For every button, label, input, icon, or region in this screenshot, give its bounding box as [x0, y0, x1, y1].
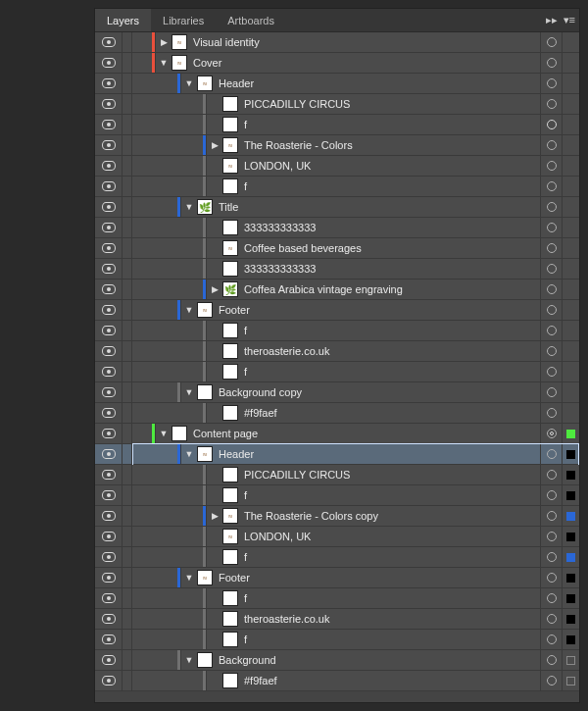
- selection-mark[interactable]: [562, 588, 579, 608]
- layer-row[interactable]: ≈Coffee based beverages: [95, 238, 579, 259]
- layer-row[interactable]: f: [95, 177, 579, 197]
- layer-row[interactable]: ▼≈Footer: [95, 568, 579, 588]
- layer-row[interactable]: ▼≈Header: [95, 444, 579, 465]
- visibility-toggle[interactable]: [95, 424, 122, 443]
- selection-mark[interactable]: [562, 259, 579, 279]
- visibility-toggle[interactable]: [95, 362, 122, 381]
- tab-artboards[interactable]: Artboards: [216, 9, 286, 31]
- selection-mark[interactable]: [562, 382, 579, 402]
- tab-layers[interactable]: Layers: [95, 9, 151, 31]
- selection-mark[interactable]: [562, 218, 579, 237]
- layer-name[interactable]: Header: [219, 77, 540, 89]
- visibility-toggle[interactable]: [95, 671, 122, 690]
- target-button[interactable]: [540, 465, 562, 484]
- target-button[interactable]: [540, 568, 562, 587]
- selection-mark[interactable]: [562, 465, 579, 484]
- layer-name[interactable]: Header: [219, 448, 540, 460]
- selection-mark[interactable]: [562, 671, 579, 690]
- target-button[interactable]: [540, 362, 562, 381]
- panel-menu-icon[interactable]: ▾≡: [564, 14, 575, 26]
- target-button[interactable]: [540, 424, 562, 443]
- layer-name[interactable]: f: [244, 634, 540, 645]
- layer-name[interactable]: LONDON, UK: [244, 531, 540, 542]
- lock-column[interactable]: [122, 650, 132, 670]
- target-button[interactable]: [540, 32, 562, 52]
- visibility-toggle[interactable]: [95, 444, 122, 464]
- target-button[interactable]: [540, 279, 562, 299]
- selection-mark[interactable]: [562, 32, 579, 52]
- layer-row[interactable]: f: [95, 362, 579, 382]
- visibility-toggle[interactable]: [95, 650, 122, 670]
- target-button[interactable]: [540, 321, 562, 340]
- layer-row[interactable]: ▼Content page: [95, 424, 579, 444]
- disclosure-triangle-icon[interactable]: ▶: [209, 283, 220, 295]
- target-button[interactable]: [540, 547, 562, 567]
- layer-name[interactable]: Background copy: [219, 386, 540, 398]
- selection-mark[interactable]: [562, 115, 579, 134]
- layer-name[interactable]: 333333333333: [244, 222, 540, 233]
- layer-row[interactable]: 333333333333: [95, 218, 579, 238]
- layer-name[interactable]: 333333333333: [244, 263, 540, 275]
- selection-mark[interactable]: [562, 279, 579, 299]
- layer-row[interactable]: ▼Background copy: [95, 382, 579, 403]
- layer-name[interactable]: Coffee based beverages: [244, 242, 540, 254]
- layer-name[interactable]: PICCADILLY CIRCUS: [244, 469, 540, 481]
- lock-column[interactable]: [122, 135, 132, 155]
- selection-mark[interactable]: [562, 53, 579, 73]
- lock-column[interactable]: [122, 671, 132, 690]
- selection-mark[interactable]: [562, 197, 579, 217]
- layer-row[interactable]: ▼≈Header: [95, 74, 579, 94]
- visibility-toggle[interactable]: [95, 53, 122, 73]
- visibility-toggle[interactable]: [95, 94, 122, 114]
- selection-mark[interactable]: [562, 362, 579, 381]
- lock-column[interactable]: [122, 197, 132, 217]
- visibility-toggle[interactable]: [95, 465, 122, 484]
- selection-mark[interactable]: [562, 74, 579, 93]
- lock-column[interactable]: [122, 465, 132, 484]
- visibility-toggle[interactable]: [95, 609, 122, 629]
- layer-row[interactable]: f: [95, 115, 579, 135]
- layer-name[interactable]: f: [244, 366, 540, 378]
- visibility-toggle[interactable]: [95, 341, 122, 361]
- selection-mark[interactable]: [562, 321, 579, 340]
- visibility-toggle[interactable]: [95, 115, 122, 134]
- lock-column[interactable]: [122, 279, 132, 299]
- visibility-toggle[interactable]: [95, 74, 122, 93]
- selection-mark[interactable]: [562, 94, 579, 114]
- layer-row[interactable]: ▼Background: [95, 650, 579, 671]
- disclosure-triangle-icon[interactable]: ▶: [209, 510, 220, 522]
- lock-column[interactable]: [122, 403, 132, 423]
- disclosure-triangle-icon[interactable]: ▼: [158, 57, 170, 69]
- layer-name[interactable]: f: [244, 119, 540, 130]
- target-button[interactable]: [540, 671, 562, 690]
- selection-mark[interactable]: [562, 238, 579, 258]
- lock-column[interactable]: [122, 259, 132, 279]
- layer-name[interactable]: PICCADILLY CIRCUS: [244, 98, 540, 110]
- lock-column[interactable]: [122, 156, 132, 176]
- visibility-toggle[interactable]: [95, 238, 122, 258]
- selection-mark[interactable]: [562, 506, 579, 526]
- lock-column[interactable]: [122, 444, 132, 464]
- selection-mark[interactable]: [562, 300, 579, 320]
- target-button[interactable]: [540, 444, 562, 464]
- selection-mark[interactable]: [562, 156, 579, 176]
- target-button[interactable]: [540, 630, 562, 649]
- layer-name[interactable]: #f9faef: [244, 675, 540, 686]
- layer-row[interactable]: theroasterie.co.uk: [95, 341, 579, 362]
- target-button[interactable]: [540, 135, 562, 155]
- layer-row[interactable]: ▼≈Footer: [95, 300, 579, 321]
- target-button[interactable]: [540, 403, 562, 423]
- layer-name[interactable]: f: [244, 489, 540, 501]
- disclosure-triangle-icon[interactable]: ▶: [209, 139, 220, 151]
- lock-column[interactable]: [122, 568, 132, 587]
- lock-column[interactable]: [122, 630, 132, 649]
- visibility-toggle[interactable]: [95, 321, 122, 340]
- lock-column[interactable]: [122, 32, 132, 52]
- target-button[interactable]: [540, 94, 562, 114]
- layer-name[interactable]: LONDON, UK: [244, 160, 540, 172]
- layer-name[interactable]: Title: [219, 201, 540, 213]
- visibility-toggle[interactable]: [95, 588, 122, 608]
- layer-row[interactable]: theroasterie.co.uk: [95, 609, 579, 630]
- selection-mark[interactable]: [562, 341, 579, 361]
- target-button[interactable]: [540, 341, 562, 361]
